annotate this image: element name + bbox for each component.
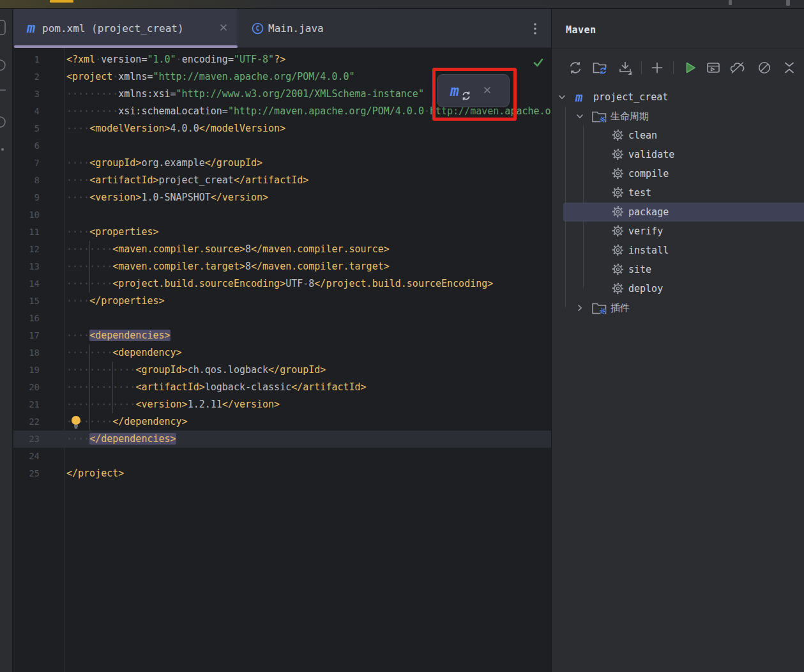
gutter-separator <box>64 48 64 672</box>
code-line-13[interactable]: ········<maven.compiler.target>8</maven.… <box>66 258 390 275</box>
chevron-right-icon[interactable] <box>575 303 585 313</box>
tab-pom-xml[interactable]: m pom.xml (project_creat) <box>14 9 238 48</box>
tree-item-goal-package[interactable]: package <box>552 202 804 222</box>
tree-item-goal-clean[interactable]: clean <box>552 126 804 145</box>
tab-label: pom.xml (project_creat) <box>42 21 184 36</box>
gutter-line-number: 2 <box>14 68 40 86</box>
gutter-line-number: 21 <box>14 396 40 413</box>
gear-icon <box>612 225 627 238</box>
folder-gear-icon <box>591 302 607 314</box>
gutter-line-number: 16 <box>14 310 40 327</box>
tree-item-plugins-folder[interactable]: 插件 <box>552 298 804 317</box>
code-line-25[interactable]: </project> <box>66 465 124 482</box>
code-line-9[interactable]: ····<version>1.0-SNAPSHOT</version> <box>66 189 268 206</box>
code-line-19[interactable]: ············<groupId>ch.qos.logback</gro… <box>66 362 326 379</box>
tree-item-label: compile <box>628 167 669 181</box>
tool-window-stripe[interactable] <box>0 9 13 672</box>
tree-item-goal-verify[interactable]: verify <box>552 222 804 241</box>
code-line-22[interactable]: ········</dependency> <box>66 413 188 431</box>
tree-item-lifecycle-folder[interactable]: 生命周期 <box>552 107 804 126</box>
toolbar-accent-highlight <box>50 0 73 3</box>
tab-label: Main.java <box>268 21 324 36</box>
code-line-20[interactable]: ············<artifactId>logback-classic<… <box>66 379 367 396</box>
main-toolbar-sliver <box>0 0 804 9</box>
code-line-23[interactable]: ····</dependencies> <box>66 431 176 448</box>
gutter-line-number: 15 <box>14 293 40 310</box>
inspections-ok-icon[interactable] <box>532 56 545 69</box>
code-line-5[interactable]: ····<modelVersion>4.0.0</modelVersion> <box>66 120 285 137</box>
tab-main-java[interactable]: C Main.java <box>238 9 345 48</box>
chevron-down-icon[interactable] <box>575 111 585 121</box>
chevron-down-icon[interactable] <box>557 92 567 102</box>
tree-item-label: site <box>628 263 651 277</box>
tree-item-goal-compile[interactable]: compile <box>552 164 804 183</box>
maven-icon: m <box>27 20 41 36</box>
code-line-7[interactable]: ····<groupId>org.example</groupId> <box>66 155 262 172</box>
gear-icon <box>612 263 627 276</box>
stripe-partial-icons <box>0 9 13 201</box>
gutter-line-number: 13 <box>14 258 40 275</box>
editor-tab-bar: m pom.xml (project_creat) C Main.java <box>13 9 551 48</box>
tree-item-goal-deploy[interactable]: deploy <box>552 279 804 298</box>
code-line-21[interactable]: ············<version>1.2.11</version> <box>66 396 280 413</box>
folder-gear-icon <box>591 110 607 123</box>
svg-text:C: C <box>255 25 259 32</box>
code-line-11[interactable]: ····<properties> <box>66 224 159 241</box>
ide-window: m pom.xml (project_creat) C Main.java 12… <box>0 0 804 672</box>
gutter-line-number: 25 <box>14 465 40 482</box>
tree-item-goal-install[interactable]: install <box>552 241 804 260</box>
gear-icon <box>612 282 627 295</box>
tree-item-label: validate <box>628 148 674 162</box>
tree-item-label: 生命周期 <box>611 109 649 123</box>
gutter-line-number: 23 <box>14 431 40 448</box>
gutter-line-number: 11 <box>14 224 40 241</box>
tab-options-menu-button[interactable] <box>529 21 543 36</box>
gear-icon <box>612 206 627 218</box>
code-line-1[interactable]: <?xml·version="1.0"·encoding="UTF-8"?> <box>66 51 285 68</box>
intention-bulb-icon[interactable] <box>70 415 83 430</box>
gutter-line-number: 10 <box>14 206 40 224</box>
tree-item-label: deploy <box>628 282 663 296</box>
toolbar-icon-sliver <box>786 0 790 6</box>
gutter-line-number: 8 <box>14 172 40 189</box>
tree-selection-highlight <box>563 202 804 222</box>
tree-item-goal-validate[interactable]: validate <box>552 145 804 164</box>
close-tab-button[interactable] <box>218 22 230 34</box>
code-line-2[interactable]: <project·xmlns="http://maven.apache.org/… <box>66 68 355 86</box>
tree-item-maven-project-root[interactable]: mproject_creat <box>552 88 804 107</box>
code-line-14[interactable]: ········<project.build.sourceEncoding>UT… <box>66 275 493 293</box>
maven-icon: m <box>575 91 591 103</box>
code-editor[interactable]: 1234567891011121314151617181920212223242… <box>13 48 551 672</box>
gutter-line-number: 19 <box>14 362 40 379</box>
code-line-3[interactable]: ·········xmlns:xsi="http://www.w3.org/20… <box>66 86 424 103</box>
tree-item-goal-site[interactable]: site <box>552 260 804 279</box>
gutter-line-number: 9 <box>14 189 40 206</box>
tree-item-label: project_creat <box>593 90 668 104</box>
code-line-17[interactable]: ····<dependencies> <box>66 327 171 344</box>
gutter-line-number: 18 <box>14 344 40 362</box>
tree-item-label: verify <box>628 224 663 238</box>
gutter-line-number: 1 <box>14 51 40 68</box>
indent-guide <box>112 362 113 413</box>
maven-tool-window: Maven mproject_creat生命周期cleanvalidatecom… <box>551 9 804 672</box>
gutter-line-number: 3 <box>14 86 40 103</box>
maven-tree: mproject_creat生命周期cleanvalidatecompilete… <box>552 9 804 672</box>
tree-item-label: clean <box>628 128 657 142</box>
tree-item-goal-test[interactable]: test <box>552 183 804 202</box>
gutter-line-number: 4 <box>14 103 40 120</box>
indent-guide <box>89 344 90 431</box>
gutter-line-number: 17 <box>14 327 40 344</box>
code-line-12[interactable]: ········<maven.compiler.source>8</maven.… <box>66 241 390 258</box>
indent-guide <box>89 241 90 293</box>
gutter-line-number: 22 <box>14 413 40 431</box>
gutter-line-number: 12 <box>14 241 40 258</box>
gear-icon <box>612 167 627 180</box>
annotation-highlight-box <box>432 68 517 121</box>
class-icon: C <box>252 22 266 38</box>
gutter-line-number: 24 <box>14 448 40 465</box>
code-line-18[interactable]: ········<dependency> <box>66 344 182 362</box>
gear-icon <box>612 244 627 257</box>
code-line-15[interactable]: ····</properties> <box>66 293 165 310</box>
tree-item-label: test <box>628 186 651 200</box>
code-line-8[interactable]: ····<artifactId>project_creat</artifactI… <box>66 172 308 189</box>
